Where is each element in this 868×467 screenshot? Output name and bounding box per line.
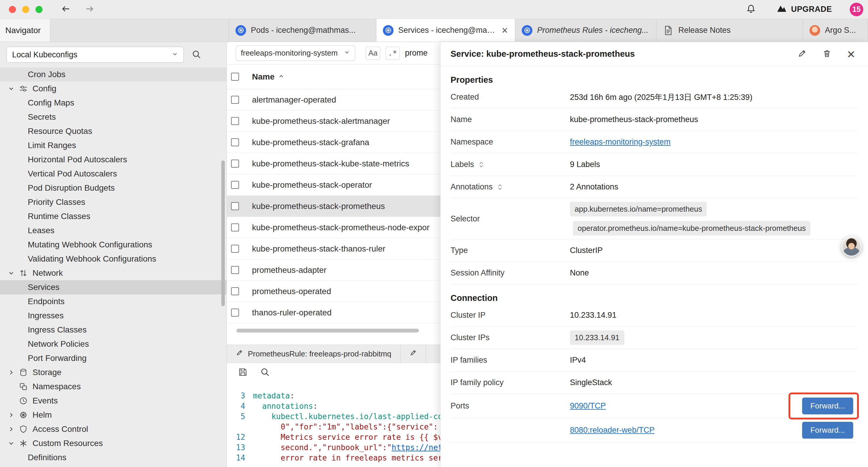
sidebar-item-priority-classes[interactable]: Priority Classes (0, 195, 226, 209)
sidebar-item-network-policies[interactable]: Network Policies (0, 337, 226, 351)
detail-row: Namekube-prometheus-stack-prometheus (451, 109, 858, 131)
list-search[interactable]: Aa .* prome (366, 47, 428, 60)
sidebar-item-access-control[interactable]: Access Control (0, 422, 226, 436)
row-checkbox[interactable] (231, 224, 239, 231)
forward-button[interactable]: Forward... (802, 422, 853, 439)
tab-release-notes[interactable]: Release Notes (656, 19, 803, 42)
close-window-icon[interactable] (9, 6, 16, 13)
detail-row: Created253d 16h 6m ago (2025年1月13日 GMT+8… (451, 86, 858, 109)
sidebar-item-label: Services (28, 283, 59, 292)
detail-row: Ports9090/TCPForward... (451, 394, 858, 418)
sidebar-item-pod-disruption-budgets[interactable]: Pod Disruption Budgets (0, 181, 226, 195)
sidebar-item-resource-quotas[interactable]: Resource Quotas (0, 124, 226, 138)
row-checkbox[interactable] (231, 309, 239, 317)
row-checkbox[interactable] (231, 202, 239, 210)
navigator-header: Navigator (0, 19, 50, 42)
select-all-checkbox[interactable] (231, 73, 239, 81)
editor-tab-stub[interactable] (401, 345, 426, 363)
row-checkbox[interactable] (231, 266, 239, 274)
sidebar-item-port-forwarding[interactable]: Port Forwarding (0, 351, 226, 365)
search-input[interactable]: prome (405, 49, 428, 58)
tab-prometheus-rules-icecheng[interactable]: Prometheus Rules - icecheng... (515, 19, 656, 42)
sidebar-item-custom-resources[interactable]: Custom Resources (0, 436, 226, 450)
namespace-link[interactable]: freeleaps-monitoring-system (570, 138, 671, 147)
sidebar-item-label: Ingresses (28, 311, 64, 320)
line-number: 13 (227, 442, 253, 453)
edit-resource-button[interactable] (797, 49, 807, 59)
sidebar-item-mutating-webhook-configurations[interactable]: Mutating Webhook Configurations (0, 238, 226, 252)
sidebar-item-ingress-classes[interactable]: Ingress Classes (0, 323, 226, 337)
detail-label: Created (451, 92, 570, 102)
tab-argo-s[interactable]: Argo S... (803, 19, 868, 42)
detail-row: IP family policySingleStack (451, 372, 858, 394)
name-column-header[interactable]: Name (252, 72, 284, 82)
sidebar-search-button[interactable] (191, 49, 202, 60)
close-tab-icon[interactable]: × (501, 25, 508, 36)
upgrade-button[interactable]: UPGRADE (777, 4, 832, 15)
sidebar-item-config-maps[interactable]: Config Maps (0, 96, 226, 110)
access-control-icon (19, 425, 32, 434)
sidebar-item-namespaces[interactable]: Namespaces (0, 380, 226, 394)
sidebar-item-definitions[interactable]: Definitions (0, 450, 226, 465)
sidebar-item-services[interactable]: Services (0, 280, 226, 294)
sidebar-item-label: Config (32, 84, 56, 93)
minimize-window-icon[interactable] (22, 6, 29, 13)
port-link[interactable]: 9090/TCP (570, 401, 606, 411)
port-line: 9090/TCPForward... (570, 398, 858, 414)
row-checkbox[interactable] (231, 181, 239, 189)
sidebar-item-limit-ranges[interactable]: Limit Ranges (0, 138, 226, 152)
expand-icon[interactable] (497, 183, 503, 191)
detail-label: Name (451, 115, 570, 124)
sidebar-item-events[interactable]: Events (0, 394, 226, 408)
tab-bar: Navigator Pods - icecheng@mathmas...Serv… (0, 19, 868, 42)
value-badge: operator.prometheus.io/name=kube-prometh… (573, 221, 810, 236)
expand-icon[interactable] (478, 161, 484, 169)
row-checkbox[interactable] (231, 159, 239, 168)
port-link[interactable]: 8080:reloader-web/TCP (570, 426, 655, 435)
sidebar-item-cron-jobs[interactable]: Cron Jobs (0, 67, 226, 82)
delete-resource-button[interactable] (822, 49, 832, 59)
storage-icon (19, 368, 32, 377)
row-checkbox[interactable] (231, 138, 239, 146)
sidebar-scrollbar[interactable] (221, 160, 225, 306)
row-checkbox[interactable] (231, 117, 239, 125)
sidebar-item-secrets[interactable]: Secrets (0, 110, 226, 124)
row-checkbox[interactable] (231, 287, 239, 295)
maximize-window-icon[interactable] (35, 6, 42, 13)
notifications-button[interactable] (746, 4, 756, 15)
sidebar-item-runtime-classes[interactable]: Runtime Classes (0, 209, 226, 224)
sidebar-item-vertical-pod-autoscalers[interactable]: Vertical Pod Autoscalers (0, 167, 226, 181)
tab-pods-icecheng-mathmas[interactable]: Pods - icecheng@mathmas... (229, 19, 376, 42)
custom-resources-icon (19, 439, 32, 448)
sidebar-item-storage[interactable]: Storage (0, 365, 226, 380)
kubeconfig-selector[interactable]: Local Kubeconfigs (6, 47, 184, 63)
sidebar-item-horizontal-pod-autoscalers[interactable]: Horizontal Pod Autoscalers (0, 152, 226, 167)
row-checkbox[interactable] (231, 245, 239, 253)
detail-value: 9090/TCPForward... (570, 398, 858, 414)
namespace-filter-dropdown[interactable]: freeleaps-monitoring-system (236, 46, 355, 61)
match-case-toggle[interactable]: Aa (366, 47, 380, 60)
forward-wrap: Forward... (802, 398, 853, 414)
kubernetes-icon (236, 25, 246, 36)
sidebar-item-helm[interactable]: Helm (0, 408, 226, 422)
sidebar-item-leases[interactable]: Leases (0, 224, 226, 238)
editor-search-button[interactable] (260, 367, 270, 378)
navigator-sidebar: Local Kubeconfigs Cron JobsConfigConfig … (0, 42, 227, 467)
regex-toggle[interactable]: .* (385, 47, 400, 60)
save-button[interactable] (238, 368, 248, 378)
notification-count-badge[interactable]: 15 (850, 3, 863, 16)
sidebar-item-endpoints[interactable]: Endpoints (0, 294, 226, 309)
sidebar-item-validating-webhook-configurations[interactable]: Validating Webhook Configurations (0, 252, 226, 266)
sidebar-item-config[interactable]: Config (0, 82, 226, 96)
back-button[interactable] (61, 4, 71, 15)
tab-services-icecheng-math[interactable]: Services - icecheng@math...× (376, 19, 515, 42)
forward-button-nav[interactable] (85, 4, 95, 15)
row-checkbox[interactable] (231, 96, 239, 104)
horizontal-scrollbar[interactable] (236, 329, 419, 332)
user-avatar[interactable] (841, 236, 862, 257)
forward-button[interactable]: Forward... (802, 398, 853, 414)
sidebar-item-ingresses[interactable]: Ingresses (0, 309, 226, 323)
close-drawer-icon[interactable]: × (847, 47, 855, 61)
sidebar-item-network[interactable]: Network (0, 266, 226, 280)
editor-tab-prometheusrule[interactable]: PrometheusRule: freeleaps-prod-rabbitmq (227, 345, 401, 363)
